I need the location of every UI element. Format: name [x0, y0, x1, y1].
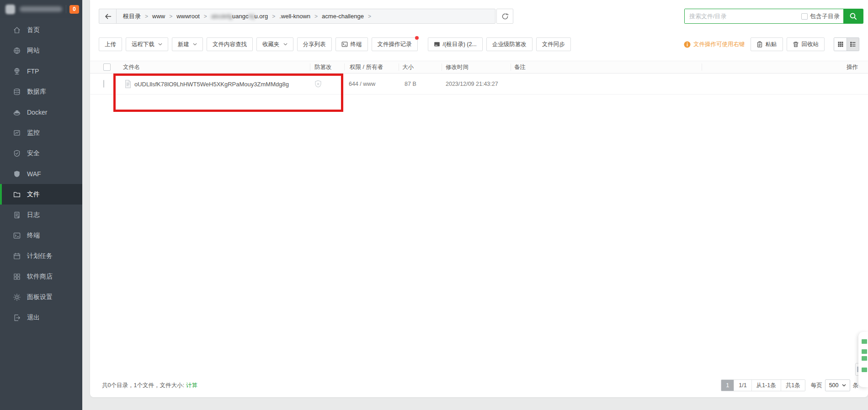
edge-cutoff-panel[interactable] — [858, 332, 868, 387]
breadcrumb-separator: > — [145, 13, 148, 20]
header-filename[interactable]: 文件名 — [123, 63, 140, 71]
paste-button[interactable]: 粘贴 — [751, 37, 783, 51]
tamper-proof-button[interactable]: 企业级防篡改 — [486, 37, 533, 51]
breadcrumb-item-wwwroot[interactable]: wwwroot — [176, 13, 200, 20]
sidebar-item-security[interactable]: 安全 — [0, 143, 82, 163]
per-page-label: 每页 — [811, 382, 822, 389]
directory-summary: 共0个目录，1个文件，文件大小: 计算 — [102, 379, 197, 391]
sidebar-item-settings[interactable]: 面板设置 — [0, 287, 82, 307]
home-icon — [13, 26, 21, 34]
breadcrumb-separator: > — [204, 13, 207, 20]
header-divider — [66, 5, 66, 13]
page-range: 从1-1条 — [751, 380, 781, 391]
terminal-button[interactable]: 终端 — [335, 37, 368, 51]
sidebar-nav: 首页 网站 FTP 数据库 Docker 监控 安全 WAF — [0, 18, 82, 328]
sidebar-header: 0 — [0, 0, 82, 18]
sidebar-item-home[interactable]: 首页 — [0, 20, 82, 40]
include-subdirs-option[interactable]: 包含子目录 — [801, 12, 840, 21]
shield-solid-icon — [13, 170, 21, 178]
chevron-down-icon — [193, 43, 197, 46]
sidebar-item-label: 日志 — [27, 211, 40, 219]
grid-squares-icon — [13, 273, 21, 281]
per-page-control: 每页 500 条 — [811, 379, 858, 391]
page-number-current[interactable]: 1 — [721, 380, 734, 391]
logout-icon — [13, 314, 21, 322]
sidebar-item-ftp[interactable]: FTP — [0, 61, 82, 81]
header-modified-time[interactable]: 修改时间 — [446, 63, 469, 71]
row-checkbox[interactable] — [103, 80, 104, 88]
content-search-button[interactable]: 文件内容查找 — [207, 37, 253, 51]
breadcrumb-item-root[interactable]: 根目录 — [123, 12, 141, 21]
breadcrumb-item-www[interactable]: www — [152, 13, 165, 20]
search-icon — [849, 12, 857, 20]
sidebar-item-waf[interactable]: WAF — [0, 163, 82, 184]
sidebar-item-files[interactable]: 文件 — [0, 184, 82, 205]
trash-icon — [793, 41, 799, 47]
chevron-down-icon — [283, 43, 288, 46]
grid-view-button[interactable] — [834, 38, 847, 51]
notification-badge[interactable]: 0 — [69, 5, 79, 14]
search-input[interactable] — [685, 9, 801, 23]
share-list-button[interactable]: 分享列表 — [297, 37, 332, 51]
sidebar-item-app-store[interactable]: 软件商店 — [0, 266, 82, 287]
database-icon — [13, 88, 21, 96]
new-button[interactable]: 新建 — [172, 37, 203, 51]
include-subdirs-checkbox[interactable] — [801, 13, 808, 20]
file-name[interactable]: oUDLllsfK78lO9LhHWT5WeH5XKgRPaMouy3ZmMMd… — [134, 81, 289, 88]
sidebar-item-logout[interactable]: 退出 — [0, 307, 82, 328]
sidebar-item-terminal[interactable]: 终端 — [0, 225, 82, 246]
header-tamper-proof[interactable]: 防篡改 — [314, 63, 332, 71]
pagination: 1 1/1 从1-1条 共1条 每页 500 条 — [721, 379, 858, 391]
header-permissions-owner[interactable]: 权限 / 所有者 — [350, 63, 383, 71]
info-circle-icon — [684, 41, 691, 48]
sidebar-item-label: 终端 — [27, 231, 40, 240]
back-button[interactable] — [99, 9, 117, 23]
right-click-hint: 文件操作可使用右键 — [684, 41, 745, 48]
edge-text-fragment — [862, 356, 867, 361]
page-indicator[interactable]: 1/1 — [734, 380, 751, 391]
remote-download-button[interactable]: 远程下载 — [126, 37, 168, 51]
file-sync-button[interactable]: 文件同步 — [536, 37, 571, 51]
sidebar-item-label: 计划任务 — [27, 252, 53, 260]
calendar-icon — [13, 252, 21, 260]
sidebar-item-docker[interactable]: Docker — [0, 102, 82, 122]
breadcrumb-item-well-known[interactable]: .well-known — [279, 13, 310, 20]
edge-text-fragment — [862, 339, 867, 344]
recycle-bin-button[interactable]: 回收站 — [787, 37, 825, 51]
sidebar-item-cron[interactable]: 计划任务 — [0, 246, 82, 266]
search-button[interactable] — [843, 9, 863, 24]
header-size[interactable]: 大小 — [402, 63, 414, 71]
table-row[interactable]: oUDLllsfK78lO9LhHWT5WeH5XKgRPaMouy3ZmMMd… — [90, 74, 868, 95]
button-label: 回收站 — [802, 41, 819, 48]
upload-button[interactable]: 上传 — [99, 37, 122, 51]
sidebar-item-monitor[interactable]: 监控 — [0, 122, 82, 143]
sidebar-item-logs[interactable]: 日志 — [0, 205, 82, 225]
per-page-select[interactable]: 500 — [825, 379, 850, 391]
tamper-proof-off-shield-icon[interactable] — [314, 79, 323, 89]
disk-drive-icon — [434, 41, 440, 47]
root-directory-select-button[interactable]: /(根目录) (2... — [428, 37, 483, 51]
breadcrumb-item-domain-masked[interactable]: abcdefguangchiju.org — [211, 13, 268, 20]
ftp-icon — [13, 67, 21, 75]
grid-view-icon — [837, 41, 844, 47]
sidebar-item-database[interactable]: 数据库 — [0, 81, 82, 102]
refresh-button[interactable] — [496, 9, 513, 24]
per-page-value: 500 — [829, 382, 839, 389]
terminal-icon — [341, 41, 348, 47]
sidebar-item-website[interactable]: 网站 — [0, 40, 82, 61]
breadcrumb: 根目录 > www > wwwroot > abcdefguangchiju.o… — [99, 9, 495, 24]
sidebar-item-label: 文件 — [27, 190, 40, 199]
file-operation-log-button[interactable]: 文件操作记录 — [372, 37, 418, 51]
breadcrumb-separator: > — [314, 13, 318, 20]
hint-label: 文件操作可使用右键 — [693, 41, 745, 48]
button-label: 文件同步 — [542, 41, 565, 48]
favorites-button[interactable]: 收藏夹 — [256, 37, 293, 51]
select-all-checkbox[interactable] — [103, 63, 111, 71]
compute-size-link[interactable]: 计算 — [186, 382, 197, 389]
chevron-down-icon — [158, 43, 162, 46]
search-bar: 包含子目录 — [684, 9, 863, 24]
list-view-button[interactable] — [847, 38, 859, 51]
header-note[interactable]: 备注 — [514, 63, 526, 71]
breadcrumb-item-acme-challenge[interactable]: acme-challenge — [322, 13, 364, 20]
file-document-icon — [124, 79, 132, 89]
